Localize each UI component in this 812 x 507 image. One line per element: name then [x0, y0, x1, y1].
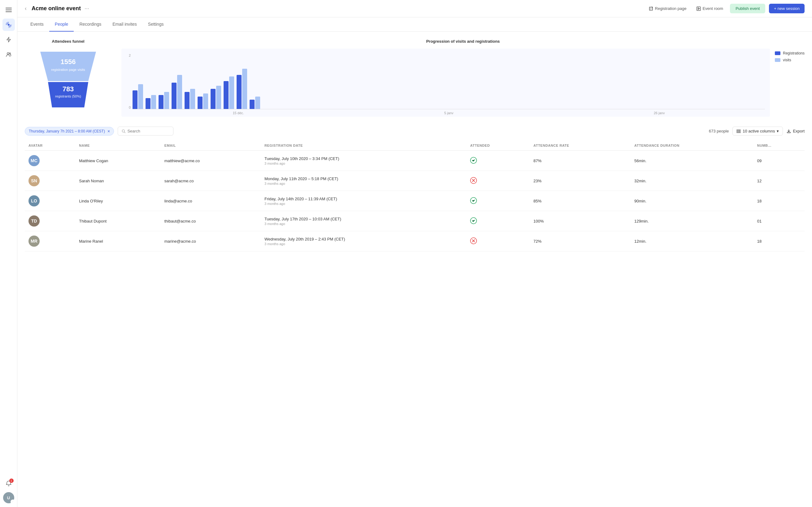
tab-settings[interactable]: Settings [143, 17, 169, 32]
search-box[interactable] [118, 127, 173, 135]
col-reg-date[interactable]: REGISTRATION DATE [261, 140, 467, 151]
svg-rect-2 [6, 11, 12, 12]
sidebar-lightning-icon[interactable] [2, 34, 15, 46]
bar-visits [203, 94, 208, 109]
header: ‹ Acme online event ··· Registration pag… [17, 0, 812, 17]
tab-people[interactable]: People [49, 17, 74, 32]
bar-group-5 [184, 89, 195, 109]
columns-selector-button[interactable]: 10 active columns ▾ [733, 127, 783, 135]
col-name[interactable]: NAME [75, 140, 161, 151]
avatar: MC [29, 155, 40, 166]
bar-registrations [224, 81, 228, 109]
event-room-link[interactable]: Event room [693, 4, 726, 13]
export-button[interactable]: Export [787, 129, 805, 133]
bar-registrations [211, 89, 216, 109]
sidebar-notification-icon[interactable]: 1 [2, 477, 15, 490]
chart-area: 2 0 [121, 49, 805, 117]
main-content: ‹ Acme online event ··· Registration pag… [17, 0, 812, 507]
registration-page-link[interactable]: Registration page [646, 4, 690, 13]
svg-rect-1 [6, 10, 12, 10]
content-area: Attendees funnel 1556 registration page … [17, 32, 812, 507]
avatar: LO [29, 195, 40, 207]
col-avatar: AVATAR [25, 140, 75, 151]
col-num[interactable]: NUMB… [753, 140, 805, 151]
bar-group-3 [159, 92, 169, 109]
cell-email: linda@acme.co [161, 191, 261, 211]
cell-name: Sarah Noman [75, 171, 161, 191]
columns-label: 10 active columns [743, 129, 775, 133]
bar-registrations [159, 95, 164, 109]
tab-email-invites[interactable]: Email invites [107, 17, 143, 32]
sidebar-menu-icon[interactable] [2, 4, 15, 16]
cell-attended [467, 171, 530, 191]
people-count: 673 people [709, 129, 729, 133]
legend-registrations: Registrations [775, 51, 805, 55]
bar-registrations [198, 97, 203, 109]
bar-visits [177, 75, 182, 109]
cell-avatar: MC [25, 151, 75, 171]
publish-event-button[interactable]: Publish event [730, 4, 765, 13]
cell-email: matthiew@acme.co [161, 151, 261, 171]
bar-chart: 2 0 [121, 49, 770, 117]
cell-num: 09 [753, 151, 805, 171]
tab-events[interactable]: Events [25, 17, 49, 32]
table-row: LO Linda O'Riley linda@acme.co Friday, J… [25, 191, 805, 211]
col-att-dur[interactable]: ATTENDANCE DURATION [631, 140, 753, 151]
svg-rect-15 [738, 130, 739, 133]
filter-tag[interactable]: Thursday, January 7h 2021 – 8:00 AM (CES… [25, 127, 114, 135]
svg-point-4 [7, 53, 9, 54]
cell-att-dur: 12min. [631, 231, 753, 251]
col-email[interactable]: EMAIL [161, 140, 261, 151]
cell-email: thibaut@acme.co [161, 211, 261, 231]
bar-group-6 [198, 94, 208, 109]
sidebar-avatar[interactable]: U ⚙ [3, 492, 14, 503]
funnel-section: Attendees funnel 1556 registration page … [25, 39, 111, 111]
col-att-rate[interactable]: ATTENDANCE RATE [530, 140, 631, 151]
chart-legend: Registrations visits [775, 49, 805, 62]
x-axis-labels: 15 déc. 5 janv 26 janv [132, 109, 765, 117]
legend-color-registrations [775, 51, 780, 55]
bar-registrations [236, 75, 241, 109]
bar-visits [216, 86, 221, 109]
search-input[interactable] [127, 129, 169, 133]
cell-att-rate: 23% [530, 171, 631, 191]
new-session-button[interactable]: + new session [769, 4, 805, 13]
back-button[interactable]: ‹ [25, 5, 26, 12]
svg-point-3 [8, 24, 10, 26]
attended-yes-icon [470, 217, 477, 224]
funnel-container: 1556 registration page visits 783 regist… [25, 49, 111, 111]
cell-num: 01 [753, 211, 805, 231]
tabs-bar: Events People Recordings Email invites S… [17, 17, 812, 32]
cell-reg-date: Wednesday, July 20th 2019 – 2:43 PM (CET… [261, 231, 467, 251]
cell-num: 18 [753, 191, 805, 211]
tab-recordings[interactable]: Recordings [74, 17, 107, 32]
columns-icon [737, 129, 741, 133]
cell-att-dur: 32min. [631, 171, 753, 191]
bar-group-9 [236, 69, 247, 109]
more-menu-button[interactable]: ··· [85, 5, 89, 12]
bar-group-7 [211, 86, 221, 109]
table-row: SN Sarah Noman sarah@acme.co Monday, Jul… [25, 171, 805, 191]
avatar: MR [29, 235, 40, 247]
cell-attended [467, 231, 530, 251]
bar-visits [229, 76, 234, 109]
sidebar-broadcast-icon[interactable] [2, 18, 15, 31]
svg-text:783: 783 [63, 85, 74, 93]
svg-rect-14 [737, 130, 738, 133]
bar-group-10 [250, 97, 260, 109]
filter-tag-close-icon[interactable]: × [107, 129, 110, 134]
bar-visits [164, 92, 169, 109]
cell-att-dur: 56min. [631, 151, 753, 171]
cell-name: Linda O'Riley [75, 191, 161, 211]
page-title: Acme online event [32, 5, 81, 12]
col-attended[interactable]: ATTENDED [467, 140, 530, 151]
svg-rect-0 [6, 8, 12, 8]
analytics-section: Attendees funnel 1556 registration page … [25, 39, 805, 117]
attended-no-icon [470, 237, 477, 244]
sidebar-people-icon[interactable] [2, 48, 15, 61]
cell-avatar: SN [25, 171, 75, 191]
cell-num: 18 [753, 231, 805, 251]
people-table: AVATAR NAME EMAIL REGISTRATION DATE ATTE… [25, 140, 805, 251]
bar-registrations [250, 100, 255, 109]
svg-point-5 [9, 53, 10, 54]
